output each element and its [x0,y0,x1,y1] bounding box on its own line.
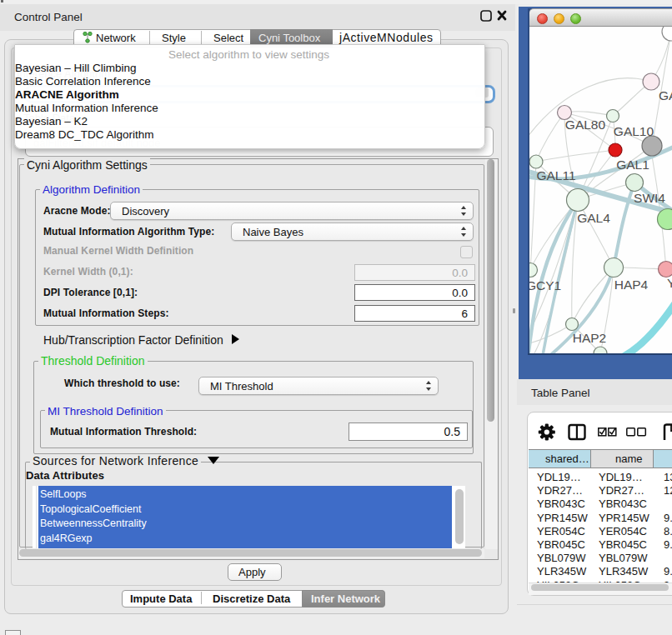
svg-text:GAL1: GAL1 [616,158,649,172]
svg-text:GAL4: GAL4 [577,211,610,225]
svg-text:GAL11: GAL11 [536,168,575,182]
svg-text:HAP4: HAP4 [614,278,649,292]
svg-text:Y: Y [667,276,672,290]
svg-text:GAL80: GAL80 [565,118,606,132]
svg-text:GCY1: GCY1 [529,278,561,292]
svg-text:HAP2: HAP2 [573,331,607,345]
svg-text:GAL10: GAL10 [614,124,654,138]
svg-text:SWI4: SWI4 [634,191,665,205]
svg-text:GAL7: GAL7 [659,88,672,102]
